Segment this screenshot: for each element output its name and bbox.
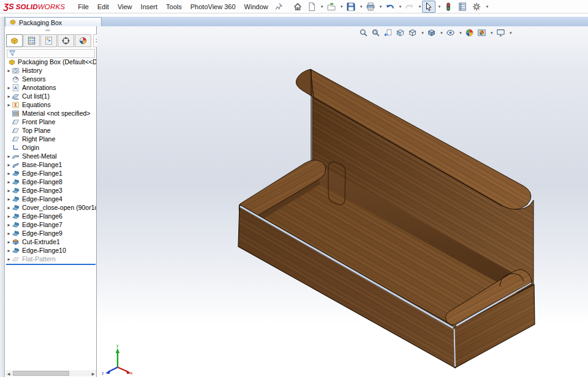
tree-item-packaging-box-default-default-d[interactable]: Packaging Box (Default<<Default>_D	[5, 58, 96, 66]
tree-item-edge-flange6[interactable]: ▸Edge-Flange6	[5, 212, 96, 220]
hide-show-items-icon[interactable]	[445, 28, 456, 38]
expand-arrow-icon[interactable]: ▸	[6, 162, 12, 168]
menu-insert[interactable]: Insert	[137, 1, 162, 12]
menu-tools[interactable]: Tools	[162, 1, 186, 12]
tree-item-cover-close-open-90or1degree[interactable]: ▸Cover_close-open (90or1degree)	[5, 203, 96, 212]
rebuild-icon[interactable]	[442, 1, 455, 13]
apply-scene-icon[interactable]	[477, 28, 487, 38]
tree-item-origin[interactable]: Origin	[5, 143, 96, 152]
menu-file[interactable]: File	[74, 1, 93, 12]
expand-arrow-icon[interactable]: ▸	[6, 231, 12, 236]
taskpane-edge-strip[interactable]	[0, 17, 5, 377]
open-icon-dropdown[interactable]: ▼	[340, 5, 344, 9]
view-orientation-icon-dropdown[interactable]: ▼	[421, 31, 424, 35]
configurationmanager-tab[interactable]	[40, 34, 57, 47]
pin-icon[interactable]	[273, 1, 285, 12]
menu-edit[interactable]: Edit	[93, 1, 113, 12]
tree-item-edge-flange1[interactable]: ▸Edge-Flange1	[5, 169, 96, 177]
tree-item-front-plane[interactable]: Front Plane	[5, 118, 96, 126]
tree-item-cut-extrude1[interactable]: ▸Cut-Extrude1	[5, 237, 96, 246]
select-cursor-icon[interactable]	[422, 1, 435, 13]
tree-item-equations[interactable]: ▸ΣEquations	[5, 100, 96, 109]
edit-appearance-icon[interactable]	[464, 28, 475, 38]
options-icon-dropdown[interactable]: ▼	[485, 5, 489, 9]
tree-item-edge-flange7[interactable]: ▸Edge-Flange7	[5, 220, 96, 229]
expand-arrow-icon[interactable]: ▸	[6, 85, 12, 91]
section-view-icon[interactable]	[395, 28, 405, 38]
options-icon[interactable]	[470, 1, 483, 13]
scroll-right-arrow-icon[interactable]: ▶	[90, 371, 96, 376]
expand-arrow-icon[interactable]: ▸	[6, 171, 12, 176]
apply-scene-icon-dropdown[interactable]: ▼	[490, 31, 494, 35]
expand-arrow-icon[interactable]: ▸	[6, 179, 12, 185]
select-cursor-icon-dropdown[interactable]: ▼	[437, 5, 441, 9]
rollback-bar[interactable]	[6, 264, 96, 265]
previous-view-icon[interactable]	[383, 28, 393, 38]
tree-item-edge-flange9[interactable]: ▸Edge-Flange9	[5, 229, 96, 237]
tree-horizontal-scrollbar[interactable]: ◀ ▶	[6, 370, 96, 376]
undo-icon-dropdown[interactable]: ▼	[399, 5, 402, 9]
tree-item-base-flange1[interactable]: ▸Base-Flange1	[5, 160, 96, 169]
document-tab[interactable]: Packaging Box	[5, 17, 102, 27]
menu-photoview-360[interactable]: PhotoView 360	[186, 1, 240, 12]
tree-item-sensors[interactable]: Sensors	[5, 75, 96, 83]
displaymanager-tab[interactable]	[75, 34, 91, 47]
scroll-left-arrow-icon[interactable]: ◀	[6, 371, 12, 376]
print-icon-dropdown[interactable]: ▼	[379, 5, 383, 9]
dimxpertmanager-tab[interactable]	[58, 34, 74, 47]
view-settings-icon-dropdown[interactable]: ▼	[509, 31, 513, 35]
propertymanager-tab[interactable]	[23, 34, 40, 47]
tree-item-annotations[interactable]: ▸AAnnotations	[5, 83, 96, 92]
save-icon[interactable]	[344, 1, 358, 13]
expand-arrow-icon[interactable]: ▸	[6, 68, 12, 73]
panel-drag-handle[interactable]	[45, 29, 50, 31]
zoom-fit-icon[interactable]	[358, 28, 369, 38]
tree-item-right-plane[interactable]: Right Plane	[5, 135, 96, 143]
expand-arrow-icon[interactable]: ▸	[6, 102, 12, 108]
tree-item-material-not-specified[interactable]: Material <not specified>	[5, 109, 96, 118]
expand-arrow-icon[interactable]: ▸	[6, 205, 12, 211]
expand-arrow-icon[interactable]: ▸	[6, 214, 12, 219]
expand-arrow-icon[interactable]: ▸	[6, 256, 12, 262]
expand-arrow-icon[interactable]: ▸	[6, 154, 12, 159]
tree-item-history[interactable]: ▸History	[5, 66, 96, 75]
solidworks-logo-solid: SOLID	[16, 3, 38, 10]
featuremanager-tab[interactable]	[6, 34, 23, 47]
save-icon-dropdown[interactable]: ▼	[360, 5, 363, 9]
undo-icon[interactable]	[383, 1, 397, 13]
tree-item-top-plane[interactable]: Top Plane	[5, 126, 96, 135]
expand-arrow-icon[interactable]: ▸	[6, 239, 12, 245]
zoom-area-icon[interactable]	[371, 28, 381, 38]
tree-filter-input[interactable]	[16, 50, 94, 57]
redo-icon-dropdown[interactable]: ▼	[418, 5, 421, 9]
display-style-icon[interactable]	[426, 28, 437, 38]
expand-arrow-icon[interactable]: ▸	[6, 248, 12, 253]
menu-window[interactable]: Window	[240, 1, 273, 12]
expand-arrow-icon[interactable]: ▸	[6, 94, 12, 99]
scrollbar-track[interactable]	[12, 370, 90, 376]
properties-icon[interactable]	[456, 1, 469, 13]
open-icon[interactable]	[325, 1, 338, 13]
view-orientation-icon[interactable]	[407, 28, 418, 38]
view-settings-icon[interactable]	[496, 28, 506, 38]
scrollbar-thumb[interactable]	[13, 371, 69, 376]
print-icon[interactable]	[364, 1, 377, 13]
tree-item-edge-flange3[interactable]: ▸Edge-Flange3	[5, 186, 96, 195]
hide-show-items-icon-dropdown[interactable]: ▼	[459, 31, 462, 35]
new-doc-icon[interactable]	[305, 1, 318, 13]
display-style-icon-dropdown[interactable]: ▼	[440, 31, 443, 35]
tree-item-cut-list-1[interactable]: ▸Cut list(1)	[5, 92, 96, 100]
new-doc-icon-dropdown[interactable]: ▼	[320, 5, 324, 9]
model-packaging-box[interactable]	[97, 26, 588, 377]
graphics-viewport[interactable]: ▼▼▼▼▼ y x z	[97, 26, 588, 377]
expand-arrow-icon[interactable]: ▸	[6, 222, 12, 228]
expand-arrow-icon[interactable]: ▸	[6, 196, 12, 202]
tree-item-edge-flange10[interactable]: ▸Edge-Flange10	[5, 246, 96, 255]
home-icon[interactable]	[291, 1, 304, 13]
tree-item-edge-flange8[interactable]: ▸Edge-Flange8	[5, 177, 96, 186]
expand-arrow-icon[interactable]: ▸	[6, 188, 12, 193]
menu-view[interactable]: View	[113, 1, 137, 12]
tree-item-edge-flange4[interactable]: ▸Edge-Flange4	[5, 195, 96, 203]
tree-item-flat-pattern[interactable]: ▸Flat-Pattern	[5, 255, 96, 263]
tree-item-sheet-metal[interactable]: ▸Sheet-Metal	[5, 152, 96, 160]
